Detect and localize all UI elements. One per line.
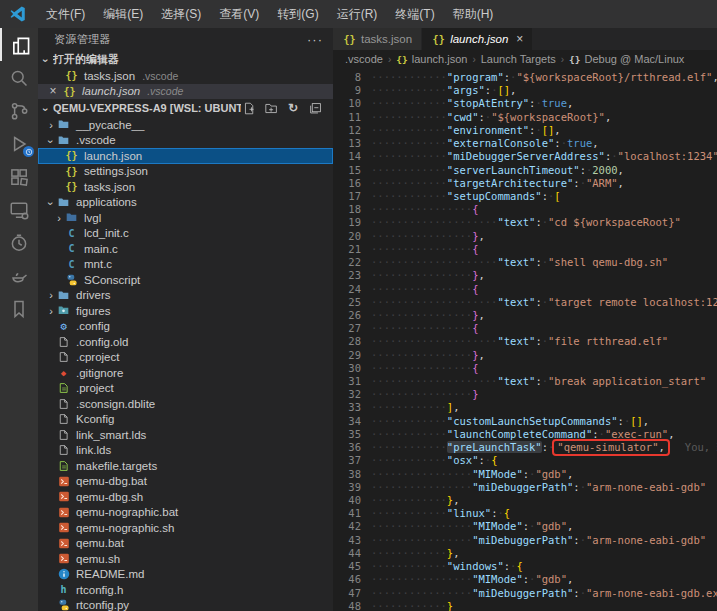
project-root-header[interactable]: › QEMU-VEXPRESS-A9 [WSL: UBUNTU-20.04] ↻ — [38, 99, 333, 117]
tree-item-rtconfig.py[interactable]: ›rtconfig.py — [38, 598, 333, 611]
tree-item-SConscript[interactable]: ›SConscript — [38, 272, 333, 288]
code-token: ···················· — [371, 256, 497, 268]
code-token: , — [668, 428, 674, 440]
terminal-icon — [56, 536, 71, 550]
tree-item-label: settings.json — [84, 165, 148, 177]
tree-item-qemu-nographic.bat[interactable]: ›qemu-nographic.bat — [38, 505, 333, 521]
line-number: 31 — [333, 375, 361, 388]
tab-tasks.json[interactable]: {}tasks.json — [333, 28, 421, 50]
line-number: 12 — [333, 124, 361, 137]
line-number: 35 — [333, 428, 361, 441]
tree-item-.project[interactable]: ›.project — [38, 381, 333, 397]
code-line-content: ············"linux":·{ — [371, 507, 510, 520]
code-line-content: ············"setupCommands":·[ — [371, 190, 561, 203]
tree-item-link_smart.lds[interactable]: ›link_smart.lds — [38, 427, 333, 443]
code-token: ···················· — [371, 296, 497, 308]
new-folder-icon[interactable] — [263, 100, 279, 116]
code-token: { — [516, 560, 522, 572]
code-token: 2000 — [592, 164, 617, 176]
tree-item-lvgl[interactable]: ›lvgl — [38, 210, 333, 226]
tree-item-README.md[interactable]: ›README.md — [38, 567, 333, 583]
menu-item-终端T[interactable]: 终端(T) — [386, 0, 443, 28]
code-token: ············ — [371, 190, 447, 202]
tree-item-qemu-dbg.bat[interactable]: ›qemu-dbg.bat — [38, 474, 333, 490]
tree-item-.gitignore[interactable]: ›◆.gitignore — [38, 365, 333, 381]
code-token: ············ — [371, 507, 447, 519]
code-token: "file rtthread.elf" — [548, 335, 668, 347]
tree-item-figures[interactable]: ›figures — [38, 303, 333, 319]
code-token: "text" — [497, 256, 535, 268]
tree-item-.sconsign.dblite[interactable]: ›.sconsign.dblite — [38, 396, 333, 412]
breadcrumb-item-launch.json[interactable]: {}launch.json — [396, 53, 467, 65]
code-token: ············ — [371, 124, 447, 136]
tab-launch.json[interactable]: {}launch.json× — [422, 28, 532, 50]
activity-remote-explorer-icon[interactable] — [0, 193, 38, 226]
tree-item-applications[interactable]: ›applications — [38, 195, 333, 211]
close-icon[interactable]: × — [516, 32, 523, 46]
tree-item-tasks.json[interactable]: ›{}tasks.json — [38, 179, 333, 195]
tree-item-.config[interactable]: ›⚙.config — [38, 319, 333, 335]
tree-item-drivers[interactable]: ›drivers — [38, 288, 333, 304]
open-editor-tasks.json[interactable]: {}tasks.json.vscode — [38, 68, 333, 84]
code-token: ················ — [371, 243, 472, 255]
activity-extensions-icon[interactable] — [0, 160, 38, 193]
tree-item-Kconfig[interactable]: ›Kconfig — [38, 412, 333, 428]
tree-item-main.c[interactable]: ›Cmain.c — [38, 241, 333, 257]
tree-item-__pycache__[interactable]: ›__pycache__ — [38, 117, 333, 133]
breadcrumb-item-Debug @ Mac/Linux[interactable]: {}Debug @ Mac/Linux — [569, 53, 684, 65]
activity-explorer-icon[interactable] — [0, 28, 38, 61]
activity-source-control-icon[interactable] — [0, 94, 38, 127]
tree-item-label: qemu.bat — [76, 537, 124, 549]
activity-search-icon[interactable] — [0, 61, 38, 94]
tree-item-qemu.bat[interactable]: ›qemu.bat — [38, 536, 333, 552]
refresh-icon[interactable]: ↻ — [285, 100, 301, 116]
tree-item-makefile.targets[interactable]: ›makefile.targets — [38, 458, 333, 474]
menu-item-选择S[interactable]: 选择(S) — [152, 0, 210, 28]
menu-item-查看V[interactable]: 查看(V) — [210, 0, 268, 28]
menu-item-文件F[interactable]: 文件(F) — [37, 0, 94, 28]
menu-item-运行R[interactable]: 运行(R) — [328, 0, 387, 28]
code-token: "program" — [447, 71, 504, 83]
more-actions-icon[interactable]: ··· — [307, 32, 323, 47]
tree-item-mnt.c[interactable]: ›Cmnt.c — [38, 257, 333, 273]
new-file-icon[interactable] — [241, 100, 257, 116]
breadcrumb-item-.vscode[interactable]: .vscode — [345, 53, 383, 65]
code-token: "MIMode" — [472, 468, 523, 480]
line-number: 27 — [333, 322, 361, 335]
code-line: 41············"linux":·{ — [333, 507, 717, 520]
file-icon — [56, 350, 71, 364]
tree-item-link.lds[interactable]: ›link.lds — [38, 443, 333, 459]
open-editor-launch.json[interactable]: ×{}launch.json.vscode — [38, 84, 333, 100]
tree-item-.config.old[interactable]: ›.config.old — [38, 334, 333, 350]
code-token: ············ — [371, 454, 447, 466]
tree-item-qemu-dbg.sh[interactable]: ›qemu-dbg.sh — [38, 489, 333, 505]
tree-item-.vscode[interactable]: ›.vscode — [38, 133, 333, 149]
code-token: ················ — [371, 349, 472, 361]
tree-item-lcd_init.c[interactable]: ›Clcd_init.c — [38, 226, 333, 242]
breadcrumb-item-Launch Targets[interactable]: Launch Targets — [481, 53, 556, 65]
tree-item-label: rtconfig.py — [76, 599, 129, 611]
open-editors-header[interactable]: › 打开的编辑器 — [38, 50, 333, 68]
code-token: [] — [497, 84, 510, 96]
file-icon — [56, 335, 71, 349]
tree-item-qemu.sh[interactable]: ›qemu.sh — [38, 551, 333, 567]
code-token: ················ — [371, 573, 472, 585]
menu-item-编辑E[interactable]: 编辑(E) — [94, 0, 152, 28]
activity-run-debug-icon[interactable] — [0, 127, 38, 160]
tree-item-.cproject[interactable]: ›.cproject — [38, 350, 333, 366]
collapse-all-icon[interactable] — [307, 100, 323, 116]
menu-item-帮助H[interactable]: 帮助(H) — [444, 0, 503, 28]
code-token: , — [510, 84, 516, 96]
tree-item-settings.json[interactable]: ›{}settings.json — [38, 164, 333, 180]
activity-timer-icon[interactable] — [0, 226, 38, 259]
code-line-content: ············}, — [371, 494, 460, 507]
tree-item-rtconfig.h[interactable]: ›hrtconfig.h — [38, 582, 333, 598]
tree-item-launch.json[interactable]: ›{}launch.json — [38, 148, 333, 164]
activity-lamp-icon[interactable] — [0, 259, 38, 292]
activity-bookmark-icon[interactable] — [0, 292, 38, 325]
menu-item-转到G[interactable]: 转到(G) — [268, 0, 327, 28]
code-token: , — [453, 547, 459, 559]
code-editor[interactable]: 8············"program":·"${workspaceRoot… — [333, 68, 717, 611]
tree-item-qemu-nographic.sh[interactable]: ›qemu-nographic.sh — [38, 520, 333, 536]
close-icon[interactable]: × — [46, 84, 60, 98]
